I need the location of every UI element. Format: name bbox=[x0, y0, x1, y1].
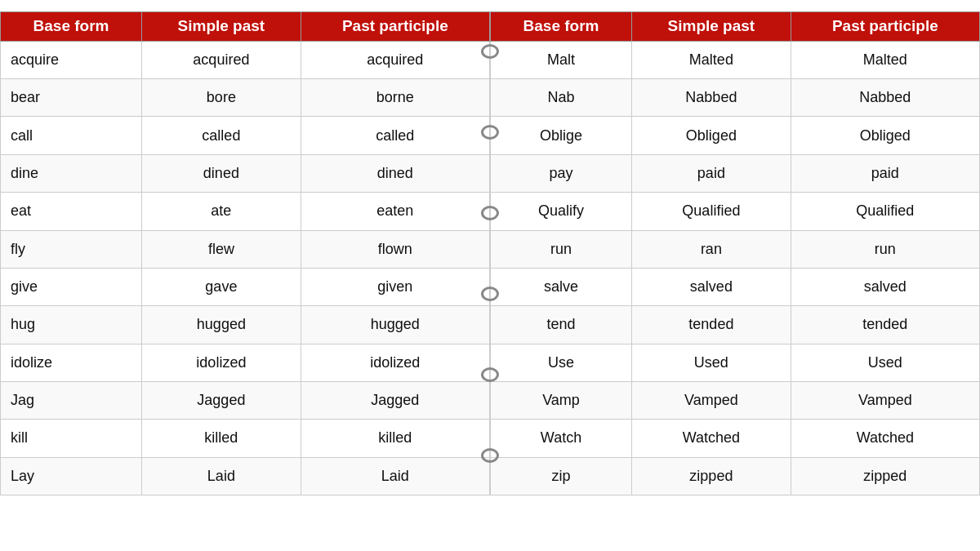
left-header-past-participle: Past participle bbox=[301, 12, 489, 42]
right-cell: zipped bbox=[632, 457, 791, 495]
right-cell: zipped bbox=[791, 457, 979, 495]
left-cell: Jagged bbox=[301, 381, 489, 419]
left-cell: eaten bbox=[301, 193, 489, 230]
left-cell: called bbox=[301, 117, 489, 154]
left-table-row: LayLaidLaid bbox=[1, 457, 490, 495]
right-cell: Malted bbox=[632, 41, 791, 78]
left-table-row: flyflewflown bbox=[1, 230, 490, 268]
right-cell: Vamp bbox=[491, 381, 632, 419]
left-cell: idolized bbox=[301, 344, 489, 381]
right-cell: Qualify bbox=[491, 193, 632, 230]
left-cell: given bbox=[301, 268, 489, 305]
left-cell: dine bbox=[1, 154, 142, 192]
right-table-row: WatchWatchedWatched bbox=[491, 420, 980, 457]
right-cell: Used bbox=[632, 344, 791, 381]
left-cell: acquired bbox=[142, 41, 301, 78]
left-table-row: hughuggedhugged bbox=[1, 306, 490, 344]
right-table-row: UseUsedUsed bbox=[491, 344, 980, 381]
right-table-row: VampVampedVamped bbox=[491, 381, 980, 419]
right-table-row: MaltMaltedMalted bbox=[491, 41, 980, 78]
right-cell: salved bbox=[632, 268, 791, 305]
right-cell: Obliged bbox=[632, 117, 791, 154]
right-cell: Oblige bbox=[491, 117, 632, 154]
left-cell: flew bbox=[142, 230, 301, 268]
right-cell: paid bbox=[791, 154, 979, 192]
right-table-row: paypaidpaid bbox=[491, 154, 980, 192]
right-header-base: Base form bbox=[491, 12, 632, 42]
right-header-row: Base form Simple past Past participle bbox=[491, 12, 980, 42]
left-table-row: givegavegiven bbox=[1, 268, 490, 305]
left-table-row: killkilledkilled bbox=[1, 420, 490, 457]
left-cell: Laid bbox=[301, 457, 489, 495]
tables-container: Base form Simple past Past participle ac… bbox=[0, 11, 980, 495]
right-cell: Nabbed bbox=[632, 79, 791, 117]
right-table-row: salvesalvedsalved bbox=[491, 268, 980, 305]
right-cell: Malt bbox=[491, 41, 632, 78]
right-cell: Obliged bbox=[791, 117, 979, 154]
left-cell: hug bbox=[1, 306, 142, 344]
right-table-row: runranrun bbox=[491, 230, 980, 268]
right-cell: Malted bbox=[791, 41, 979, 78]
right-cell: Qualified bbox=[632, 193, 791, 230]
left-cell: Laid bbox=[142, 457, 301, 495]
right-cell: Vamped bbox=[632, 381, 791, 419]
left-cell: called bbox=[142, 117, 301, 154]
left-table-row: acquireacquiredacquired bbox=[1, 41, 490, 78]
left-cell: acquired bbox=[301, 41, 489, 78]
right-table-row: zipzippedzipped bbox=[491, 457, 980, 495]
left-cell: acquire bbox=[1, 41, 142, 78]
right-table: Base form Simple past Past participle Ma… bbox=[490, 11, 980, 495]
left-table-row: eatateeaten bbox=[1, 193, 490, 230]
right-cell: Watch bbox=[491, 420, 632, 457]
page-title bbox=[0, 0, 980, 11]
left-header-base: Base form bbox=[1, 12, 142, 42]
right-cell: Nab bbox=[491, 79, 632, 117]
right-header-simple-past: Simple past bbox=[632, 12, 791, 42]
left-table: Base form Simple past Past participle ac… bbox=[0, 11, 490, 495]
left-cell: killed bbox=[301, 420, 489, 457]
right-table-row: ObligeObligedObliged bbox=[491, 117, 980, 154]
left-cell: fly bbox=[1, 230, 142, 268]
right-cell: salve bbox=[491, 268, 632, 305]
right-table-row: NabNabbedNabbed bbox=[491, 79, 980, 117]
right-cell: ran bbox=[632, 230, 791, 268]
right-cell: Qualified bbox=[791, 193, 979, 230]
left-header-row: Base form Simple past Past participle bbox=[1, 12, 490, 42]
right-cell: Nabbed bbox=[791, 79, 979, 117]
left-cell: kill bbox=[1, 420, 142, 457]
left-cell: hugged bbox=[301, 306, 489, 344]
right-cell: tended bbox=[791, 306, 979, 344]
left-cell: bore bbox=[142, 79, 301, 117]
left-cell: Lay bbox=[1, 457, 142, 495]
right-table-body: MaltMaltedMaltedNabNabbedNabbedObligeObl… bbox=[491, 41, 980, 495]
left-cell: flown bbox=[301, 230, 489, 268]
right-table-row: QualifyQualifiedQualified bbox=[491, 193, 980, 230]
left-cell: bear bbox=[1, 79, 142, 117]
left-cell: ate bbox=[142, 193, 301, 230]
right-cell: Watched bbox=[632, 420, 791, 457]
left-cell: call bbox=[1, 117, 142, 154]
right-cell: zip bbox=[491, 457, 632, 495]
right-cell: salved bbox=[791, 268, 979, 305]
right-cell: Used bbox=[791, 344, 979, 381]
right-cell: tend bbox=[491, 306, 632, 344]
right-cell: run bbox=[791, 230, 979, 268]
right-table-row: tendtendedtended bbox=[491, 306, 980, 344]
left-cell: eat bbox=[1, 193, 142, 230]
right-cell: Watched bbox=[791, 420, 979, 457]
right-cell: paid bbox=[632, 154, 791, 192]
right-cell: Use bbox=[491, 344, 632, 381]
right-cell: run bbox=[491, 230, 632, 268]
left-table-row: dinedineddined bbox=[1, 154, 490, 192]
left-cell: give bbox=[1, 268, 142, 305]
right-header-past-participle: Past participle bbox=[791, 12, 979, 42]
left-cell: killed bbox=[142, 420, 301, 457]
right-cell: Vamped bbox=[791, 381, 979, 419]
left-cell: borne bbox=[301, 79, 489, 117]
left-cell: Jag bbox=[1, 381, 142, 419]
right-cell: tended bbox=[632, 306, 791, 344]
left-table-body: acquireacquiredacquiredbearborebornecall… bbox=[1, 41, 490, 495]
left-cell: gave bbox=[142, 268, 301, 305]
left-cell: idolize bbox=[1, 344, 142, 381]
left-cell: Jagged bbox=[142, 381, 301, 419]
